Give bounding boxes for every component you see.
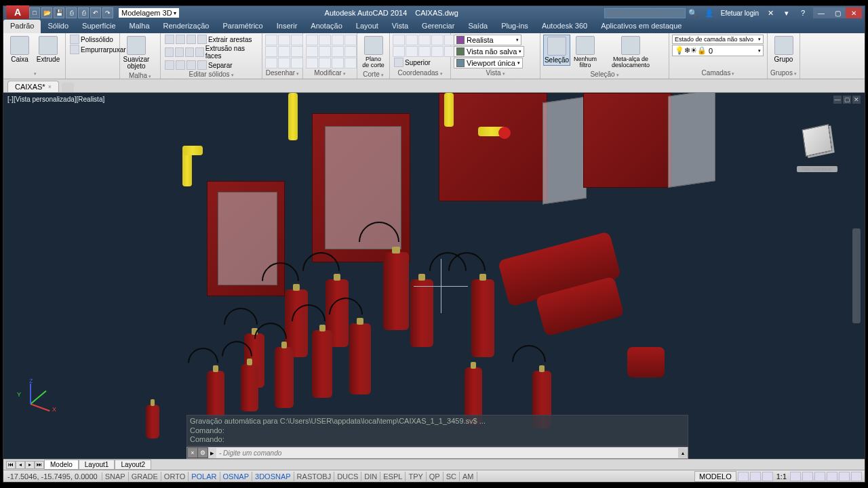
- panel-modeling[interactable]: Modelagem 3D: [6, 70, 62, 77]
- status-toggle-polar[interactable]: POLAR: [189, 472, 220, 481]
- ribbon-tab-gerenciar[interactable]: Gerenciar: [415, 20, 461, 33]
- top-view-button[interactable]: Superior: [393, 58, 432, 67]
- panel-mesh[interactable]: Malha: [123, 71, 157, 79]
- layout-tab-layout2[interactable]: Layout2: [115, 460, 151, 470]
- panel-layers[interactable]: Camadas: [672, 68, 764, 77]
- tab-prev-icon[interactable]: ◂: [16, 461, 25, 469]
- filter-button[interactable]: Nenhum filtro: [572, 35, 599, 70]
- ribbon-tab-renderização[interactable]: Renderização: [157, 20, 216, 33]
- status-toggle-ducs[interactable]: DUCS: [334, 472, 361, 481]
- viewport-close-icon[interactable]: ✕: [852, 96, 861, 104]
- isolate-icon[interactable]: [839, 472, 850, 481]
- layout-tab-modelo[interactable]: Modelo: [44, 460, 79, 470]
- viewport-maximize-icon[interactable]: ▢: [843, 96, 851, 104]
- panel-modify[interactable]: Modificar: [306, 68, 354, 77]
- save-icon[interactable]: 💾: [54, 7, 64, 18]
- ribbon-tab-vista[interactable]: Vista: [385, 20, 415, 33]
- selection-button[interactable]: Seleção: [543, 35, 570, 66]
- workspace-selector[interactable]: Modelagem 3D: [119, 8, 179, 18]
- viewport-minimize-icon[interactable]: —: [833, 96, 842, 104]
- move-icon[interactable]: [306, 35, 318, 45]
- hardware-accel-icon[interactable]: [827, 472, 837, 481]
- line-icon[interactable]: [265, 35, 277, 45]
- viewport[interactable]: [-][Vista personalizada][Realista] — ▢ ✕…: [3, 93, 865, 459]
- coordinates-display[interactable]: -17.5046, -15.7495, 0.0000: [3, 472, 102, 481]
- app-menu-button[interactable]: A: [6, 5, 29, 19]
- close-button[interactable]: ✕: [846, 7, 862, 18]
- ribbon-tab-paramétrico[interactable]: Paramétrico: [216, 20, 269, 33]
- quickprops-icon[interactable]: [750, 472, 761, 481]
- status-toggle-tpy[interactable]: TPY: [406, 472, 426, 481]
- ribbon-tab-anotação[interactable]: Anotação: [304, 20, 349, 33]
- cmd-options-icon[interactable]: ⚙: [198, 448, 208, 458]
- new-icon[interactable]: □: [29, 7, 40, 18]
- panel-selection[interactable]: Seleção: [543, 70, 666, 79]
- panel-coords[interactable]: Coordenadas: [393, 68, 448, 77]
- maximize-button[interactable]: ▢: [829, 7, 846, 18]
- section-plane-button[interactable]: Plano de corte: [360, 35, 387, 70]
- tab-last-icon[interactable]: ⏭: [35, 461, 44, 469]
- status-toggle-rastobj[interactable]: RASTOBJ: [294, 472, 335, 481]
- help-icon[interactable]: ?: [795, 7, 810, 18]
- gizmo-button[interactable]: Meta-alça de deslocamento: [600, 35, 661, 70]
- undo-icon[interactable]: ↶: [90, 7, 101, 18]
- viewport-label[interactable]: [-][Vista personalizada][Realista]: [7, 96, 104, 103]
- presspull-button[interactable]: Empurrarpuxar: [68, 45, 127, 54]
- annotation-visibility-icon[interactable]: [790, 472, 801, 481]
- ribbon-tab-superfície[interactable]: Superfície: [75, 20, 123, 33]
- extract-edges-button[interactable]: Extrair arestas: [163, 35, 253, 44]
- cmd-recent-icon[interactable]: ▴: [678, 448, 688, 458]
- open-icon[interactable]: 📂: [41, 7, 52, 18]
- search-icon[interactable]: 🔍: [686, 7, 701, 18]
- ribbon-tab-autodesk 360[interactable]: Autodesk 360: [535, 20, 594, 33]
- ucs-icon[interactable]: X Y Z: [17, 378, 58, 418]
- separate-button[interactable]: Separar: [163, 60, 234, 70]
- ribbon-tab-padrão[interactable]: Padrão: [3, 20, 41, 33]
- ribbon-tab-saída[interactable]: Saída: [461, 20, 494, 33]
- workspace-switch-icon[interactable]: [802, 472, 813, 481]
- extrude-button[interactable]: Extrude: [35, 35, 62, 64]
- viewcube[interactable]: Não nomeado: [797, 127, 837, 167]
- clean-screen-icon[interactable]: [851, 472, 862, 481]
- visual-style-dropdown[interactable]: Realista: [454, 35, 521, 45]
- panel-draw[interactable]: Desenhar: [265, 68, 300, 77]
- stayconnected-icon[interactable]: ▾: [779, 7, 794, 18]
- saved-view-dropdown[interactable]: Vista não salva: [454, 46, 524, 57]
- plot-icon[interactable]: ⎙: [78, 7, 89, 18]
- search-input[interactable]: [604, 8, 686, 18]
- ribbon-tab-aplicativos em destaque[interactable]: Aplicativos em destaque: [594, 20, 688, 33]
- model-space-button[interactable]: MODELO: [694, 471, 736, 482]
- cmd-close-icon[interactable]: ×: [188, 448, 197, 458]
- panel-view[interactable]: Vista: [454, 68, 537, 77]
- annotation-scale-icon[interactable]: [762, 472, 773, 481]
- status-toggle-sc[interactable]: SC: [443, 472, 460, 481]
- group-button[interactable]: Grupo: [770, 35, 797, 64]
- status-toggle-orto[interactable]: ORTO: [161, 472, 189, 481]
- ribbon-tab-plug-ins[interactable]: Plug-ins: [494, 20, 535, 33]
- redo-icon[interactable]: ↷: [102, 7, 113, 18]
- tab-first-icon[interactable]: ⏮: [6, 461, 16, 469]
- status-toggle-snap[interactable]: SNAP: [102, 472, 129, 481]
- signin-icon[interactable]: 👤: [702, 7, 717, 18]
- status-toggle-3dosnap[interactable]: 3DOSNAP: [252, 472, 294, 481]
- ribbon-tab-layout[interactable]: Layout: [349, 20, 385, 33]
- layer-dropdown[interactable]: 💡❄☀🔒0: [672, 45, 764, 56]
- exchange-icon[interactable]: ✕: [763, 7, 778, 18]
- saveas-icon[interactable]: ⎙: [66, 7, 77, 18]
- status-toggle-qp[interactable]: QP: [427, 472, 443, 481]
- panel-groups[interactable]: Grupos: [770, 68, 797, 77]
- box-button[interactable]: Caixa: [6, 35, 33, 64]
- panel-section[interactable]: Corte: [360, 70, 387, 79]
- navigation-bar[interactable]: [852, 228, 861, 323]
- panel-edit-solids[interactable]: Editar sólidos: [163, 70, 259, 79]
- ribbon-tab-inserir[interactable]: Inserir: [270, 20, 304, 33]
- add-tab-button[interactable]: [62, 83, 74, 92]
- ribbon-tab-sólido[interactable]: Sólido: [41, 20, 75, 33]
- status-toggle-espl[interactable]: ESPL: [380, 472, 406, 481]
- login-link[interactable]: Efetuar login: [718, 9, 762, 17]
- lock-ui-icon[interactable]: [814, 472, 825, 481]
- ribbon-tab-malha[interactable]: Malha: [123, 20, 157, 33]
- smooth-button[interactable]: Suavizar objeto: [123, 35, 150, 71]
- grid-display-icon[interactable]: [738, 472, 749, 481]
- close-tab-icon[interactable]: ×: [48, 83, 52, 90]
